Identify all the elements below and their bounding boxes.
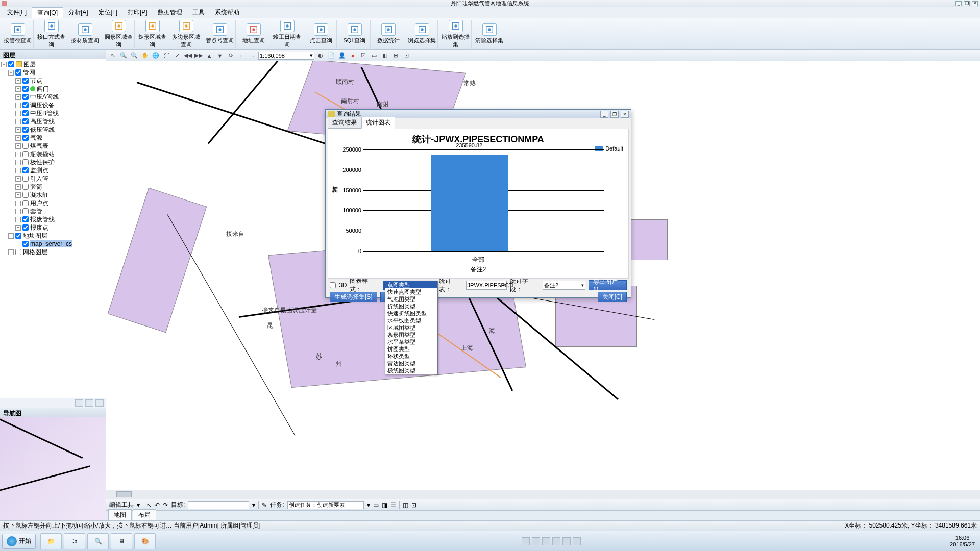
- qwin-max[interactable]: ❐: [610, 111, 619, 118]
- layer-checkbox[interactable]: [22, 151, 29, 157]
- layer-checkbox[interactable]: [22, 110, 29, 116]
- edit-t1[interactable]: ▭: [373, 502, 379, 509]
- layer-row-6[interactable]: +中压B管线: [1, 109, 105, 117]
- layer-checkbox[interactable]: [22, 184, 29, 190]
- twisty-icon[interactable]: +: [15, 201, 21, 206]
- task-combo[interactable]: 创建任务：创建新要素: [287, 501, 364, 509]
- combo-stat-field[interactable]: 备注2: [543, 281, 585, 290]
- up-tool[interactable]: ▲: [205, 52, 214, 60]
- layer-row-1[interactable]: -管网: [1, 68, 105, 77]
- layer-checkbox[interactable]: [15, 249, 21, 255]
- layer-checkbox[interactable]: [22, 118, 29, 124]
- qwin-min[interactable]: _: [600, 111, 608, 118]
- layer-checkbox[interactable]: [22, 208, 29, 214]
- tray-icon-3[interactable]: [542, 537, 550, 545]
- menu-analysis[interactable]: 分析[A]: [63, 7, 93, 18]
- layer-row-2[interactable]: +节点: [1, 77, 105, 85]
- maximize-button[interactable]: ❐: [964, 1, 970, 6]
- dropdown-option[interactable]: 气泡图类型: [385, 295, 437, 303]
- next-ext-tool[interactable]: →: [248, 52, 257, 60]
- layer-checkbox[interactable]: [22, 102, 29, 108]
- refresh-tool[interactable]: ⟳: [226, 52, 235, 60]
- prev-tool[interactable]: ◀◀: [183, 52, 192, 60]
- layer-row-9[interactable]: +气源: [1, 134, 105, 142]
- layer-checkbox[interactable]: [22, 94, 29, 100]
- layer-checkbox[interactable]: [22, 176, 29, 182]
- tool-a[interactable]: ◐: [316, 52, 325, 60]
- tab-query-result[interactable]: 查询结果: [328, 117, 361, 129]
- tool-b[interactable]: 📄: [327, 52, 336, 60]
- tool-h[interactable]: ⊞: [391, 52, 400, 60]
- tab-stat-chart[interactable]: 统计图表: [361, 117, 395, 129]
- dropdown-option[interactable]: 水平线图类型: [385, 317, 437, 324]
- layer-checkbox[interactable]: [22, 224, 29, 231]
- layer-checkbox[interactable]: [22, 143, 29, 149]
- ribbon-btn-11[interactable]: 数据统计: [373, 20, 404, 48]
- edit-t4[interactable]: ◫: [403, 502, 408, 509]
- ribbon-btn-14[interactable]: 清除选择集: [474, 20, 505, 48]
- dropdown-option[interactable]: 极线图类型: [385, 367, 437, 374]
- layer-checkbox[interactable]: [22, 216, 29, 222]
- tool-g[interactable]: ◧: [380, 52, 389, 60]
- extent-tool[interactable]: ⛶: [162, 52, 171, 60]
- tree-btn-3[interactable]: [95, 399, 104, 407]
- zoomout-tool[interactable]: 🔍: [130, 52, 139, 60]
- tool-f[interactable]: ▭: [370, 52, 379, 60]
- down-tool[interactable]: ▼: [215, 52, 225, 60]
- ribbon-btn-7[interactable]: 地址查询: [238, 20, 270, 48]
- dropdown-option[interactable]: 点图类型: [385, 281, 437, 288]
- prev-ext-tool[interactable]: ←: [237, 52, 246, 60]
- dropdown-option[interactable]: 条形图类型: [385, 331, 437, 338]
- tool-d[interactable]: ●: [348, 52, 357, 60]
- menu-data[interactable]: 数据管理: [153, 7, 187, 18]
- layer-checkbox[interactable]: [22, 78, 29, 84]
- ribbon-btn-9[interactable]: 点击查询: [305, 20, 337, 48]
- clock[interactable]: 16:062016/5/27: [947, 535, 978, 548]
- layer-row-16[interactable]: +凝水缸: [1, 191, 105, 199]
- twisty-icon[interactable]: +: [15, 176, 21, 182]
- ribbon-btn-2[interactable]: 按材质查询: [69, 20, 101, 48]
- twisty-icon[interactable]: +: [8, 249, 14, 255]
- pan-tool[interactable]: ✋: [140, 52, 150, 60]
- layer-row-7[interactable]: +高压管线: [1, 117, 105, 126]
- chart-style-dropdown[interactable]: 点图类型快速点图类型气泡图类型折线图类型快速折线图类型水平线图类型区域图类型条形…: [385, 281, 438, 374]
- layer-row-12[interactable]: +极性保护: [1, 158, 105, 166]
- layer-row-17[interactable]: +用户点: [1, 199, 105, 207]
- edit-undo[interactable]: ↶: [155, 502, 160, 509]
- task-search[interactable]: 🔍: [87, 533, 109, 549]
- tab-layout[interactable]: 布局: [133, 509, 156, 520]
- layer-checkbox[interactable]: [22, 241, 29, 247]
- edit-pointer[interactable]: ↖: [146, 502, 152, 509]
- edit-pen[interactable]: ✎: [262, 502, 267, 509]
- twisty-icon[interactable]: -: [1, 62, 7, 67]
- layer-checkbox[interactable]: [22, 192, 29, 198]
- checkbox-3d[interactable]: [330, 282, 336, 288]
- globe-tool[interactable]: 🌐: [151, 52, 160, 60]
- task-app[interactable]: 🖥: [111, 533, 132, 549]
- ribbon-btn-10[interactable]: SQL查询: [339, 20, 371, 48]
- layer-row-19[interactable]: +报废管线: [1, 215, 105, 223]
- twisty-icon[interactable]: +: [15, 152, 21, 157]
- layer-row-20[interactable]: +报废点: [1, 223, 105, 232]
- tray-icon-6[interactable]: [573, 537, 581, 545]
- layer-row-22[interactable]: map_server_cs: [1, 240, 105, 248]
- twisty-icon[interactable]: +: [15, 209, 21, 214]
- fullext-tool[interactable]: ⤢: [173, 52, 182, 60]
- task-folder[interactable]: 🗂: [64, 533, 85, 549]
- tray-icon-4[interactable]: [552, 537, 560, 545]
- menu-locate[interactable]: 定位[L]: [93, 7, 122, 18]
- twisty-icon[interactable]: +: [15, 119, 21, 124]
- menu-help[interactable]: 系统帮助: [210, 7, 244, 18]
- layer-row-0[interactable]: -图层: [1, 60, 105, 68]
- twisty-icon[interactable]: -: [8, 233, 14, 239]
- ribbon-btn-0[interactable]: 按管径查询: [2, 20, 34, 48]
- twisty-icon[interactable]: +: [15, 78, 21, 84]
- layer-row-15[interactable]: +套筒: [1, 183, 105, 191]
- twisty-icon[interactable]: +: [15, 160, 21, 165]
- layer-row-23[interactable]: +网格图层: [1, 248, 105, 256]
- twisty-icon[interactable]: +: [15, 168, 21, 173]
- scale-combo[interactable]: 1:160,098▾: [258, 52, 314, 60]
- tab-map[interactable]: 地图: [108, 509, 132, 520]
- zoomin-tool[interactable]: 🔍: [119, 52, 128, 60]
- dropdown-option[interactable]: 折线图类型: [385, 303, 437, 310]
